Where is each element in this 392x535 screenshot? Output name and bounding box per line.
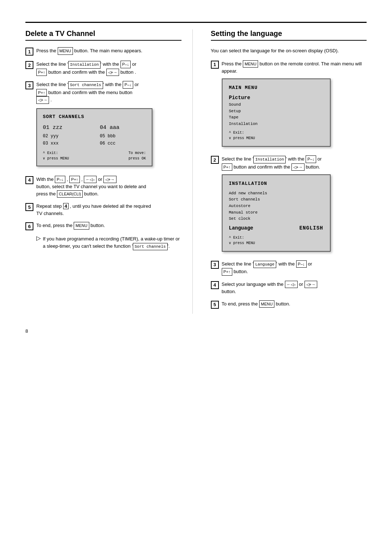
right-title: Setting the language: [211, 29, 367, 41]
r-menu-btn-end: MENU: [259, 300, 274, 308]
right-step-3: 3 Select the line 'Language' with the P–…: [211, 260, 367, 276]
step-4-content: With the P–↓ , P+↑ , ←◁– or ◁+→ button, …: [36, 176, 181, 198]
p-minus-btn-2: P–↓: [123, 81, 133, 89]
sort-channels-note-label: Sort channels: [133, 243, 168, 251]
step-2: 2 Select the line 'Installation' with th…: [25, 61, 181, 76]
right-plus-btn: ◁+→: [103, 176, 116, 183]
step-3: 3 Select the line 'Sort channels' with t…: [25, 81, 181, 171]
channel-03: 03 xxx: [43, 140, 89, 147]
main-menu-footer: ^ Exit:∨ press MENU: [229, 130, 323, 141]
menu-btn-1: MENU: [58, 47, 73, 55]
step-6: 6 To end, press the MENU button.: [25, 222, 181, 230]
p-minus-btn-3: P–↓: [55, 176, 65, 183]
step-1-content: Press the MENU button. The main menu app…: [36, 47, 181, 55]
page-number: 8: [25, 328, 28, 334]
language-select-label: Language: [253, 261, 276, 268]
sort-footer: ^ Exit:∨ press MENU To move:press OK: [43, 150, 146, 161]
channel-02: 02 yyy: [43, 133, 89, 139]
add-channels-item: Add new channels: [229, 190, 323, 197]
step-num-3: 3: [25, 81, 33, 89]
sort-screen-title: SORT CHANNELS: [43, 113, 146, 121]
confirm-btn: ◁+→: [106, 69, 119, 76]
right-column: Setting the language You can select the …: [207, 29, 367, 314]
sort-footer-right: To move:press OK: [128, 150, 146, 161]
p-plus-btn: P+↑: [36, 69, 47, 76]
r-p-minus-btn: P–↓: [306, 155, 316, 163]
right-step-3-content: Select the line 'Language' with the P–↓ …: [222, 260, 367, 276]
right-step-num-5: 5: [211, 301, 219, 309]
sort-channels-screen: SORT CHANNELS 01 zzz 04 aaa 02 yyy 05 bb…: [36, 108, 152, 166]
menu-confirm-btn: ◁+→: [36, 96, 49, 104]
step-num-2: 2: [25, 61, 33, 69]
right-step-4-content: Select your language with the ←◁– or ◁+→…: [222, 281, 367, 295]
right-step-num-3: 3: [211, 261, 219, 269]
step-3-content: Select the line 'Sort channels' with the…: [36, 81, 181, 171]
right-step-2: 2 Select the line 'Installation' with th…: [211, 155, 367, 255]
sort-channels-label: Sort channels: [68, 81, 103, 89]
r-p-minus-btn-2: P–↓: [296, 260, 307, 268]
note-arrow-icon: ▷: [36, 235, 41, 242]
step-num-1: 1: [25, 48, 33, 56]
r-p-plus-btn: P+↑: [222, 163, 232, 171]
manual-store-item: Manual store: [229, 210, 323, 216]
step-5: 5 Repeat step 4 , until you have deleted…: [25, 203, 181, 217]
note-content: If you have programmed a recording (TIME…: [43, 235, 181, 250]
channel-05: 05 bbb: [100, 133, 146, 139]
step-num-6: 6: [25, 222, 33, 230]
right-step-1-content: Press the MENU button on the remote cont…: [222, 60, 367, 151]
r-p-plus-btn-2: P+↑: [222, 268, 232, 276]
installation-screen-title: INSTALLATION: [229, 180, 323, 187]
right-step-2-content: Select the line 'Installation' with the …: [222, 155, 367, 255]
r-left-minus-btn: ←◁–: [285, 281, 298, 288]
step-num-4: 4: [25, 176, 33, 184]
main-menu-screen: MAIN MENU Picture Sound Setup Tape Insta…: [222, 78, 331, 147]
intro-text: You can select the language for the on-s…: [211, 47, 367, 54]
right-step-5: 5 To end, press the MENU button.: [211, 300, 367, 309]
right-step-num-2: 2: [211, 156, 219, 164]
r-confirm-btn: ◁+→: [291, 163, 304, 171]
language-value: ENGLISH: [299, 224, 323, 232]
installation-menu-item: Installation: [229, 121, 323, 127]
right-step-5-content: To end, press the MENU button.: [222, 300, 367, 308]
installation-label: Installation: [68, 61, 101, 69]
sort-channels-item: Sort channels: [229, 196, 323, 203]
language-label: Language: [229, 224, 253, 232]
picture-item: Picture: [229, 94, 323, 102]
installation-footer: ^ Exit:∨ press MENU: [229, 235, 323, 246]
right-step-1: 1 Press the MENU button on the remote co…: [211, 60, 367, 151]
channel-04: 04 aaa: [100, 124, 146, 132]
r-installation-label: Installation: [253, 156, 286, 163]
setup-item: Setup: [229, 108, 323, 115]
main-menu-title: MAIN MENU: [229, 84, 323, 92]
left-column: Delete a TV Channel 1 Press the MENU but…: [25, 29, 193, 314]
step-4: 4 With the P–↓ , P+↑ , ←◁– or ◁+→ button…: [25, 176, 181, 198]
sort-channels-grid: 01 zzz 04 aaa 02 yyy 05 bbb 03 xxx 06 cc…: [43, 124, 146, 147]
channel-06: 06 ccc: [100, 140, 146, 147]
p-minus-btn: P–↓: [121, 61, 131, 68]
r-right-plus-btn: ◁+→: [305, 281, 317, 288]
autostore-item: Autostore: [229, 203, 323, 210]
step-1: 1 Press the MENU button. The main menu a…: [25, 47, 181, 56]
right-step-num-1: 1: [211, 61, 219, 69]
clear-btn: CLEAR(CLI): [57, 190, 83, 198]
installation-screen: INSTALLATION Add new channels Sort chann…: [222, 174, 331, 251]
set-clock-item: Set clock: [229, 216, 323, 222]
step-2-content: Select the line 'Installation' with the …: [36, 61, 181, 76]
language-row: Language ENGLISH: [229, 224, 323, 232]
top-rule: [25, 22, 367, 23]
step-num-5: 5: [25, 203, 33, 211]
tape-item: Tape: [229, 114, 323, 121]
sort-footer-left: ^ Exit:∨ press MENU: [43, 150, 69, 161]
channel-01: 01 zzz: [43, 124, 89, 132]
p-plus-btn-2: P+↑: [36, 89, 47, 97]
note-box: ▷ If you have programmed a recording (TI…: [36, 235, 181, 250]
r-menu-btn-1: MENU: [243, 60, 258, 68]
left-minus-btn: ←◁–: [84, 176, 97, 183]
right-step-num-4: 4: [211, 281, 219, 289]
p-plus-btn-3: P+↑: [69, 176, 80, 183]
left-title: Delete a TV Channel: [25, 29, 181, 41]
sound-item: Sound: [229, 102, 323, 108]
step-5-content: Repeat step 4 , until you have deleted a…: [36, 203, 181, 217]
menu-btn-end: MENU: [74, 222, 89, 230]
step-6-content: To end, press the MENU button.: [36, 222, 181, 230]
